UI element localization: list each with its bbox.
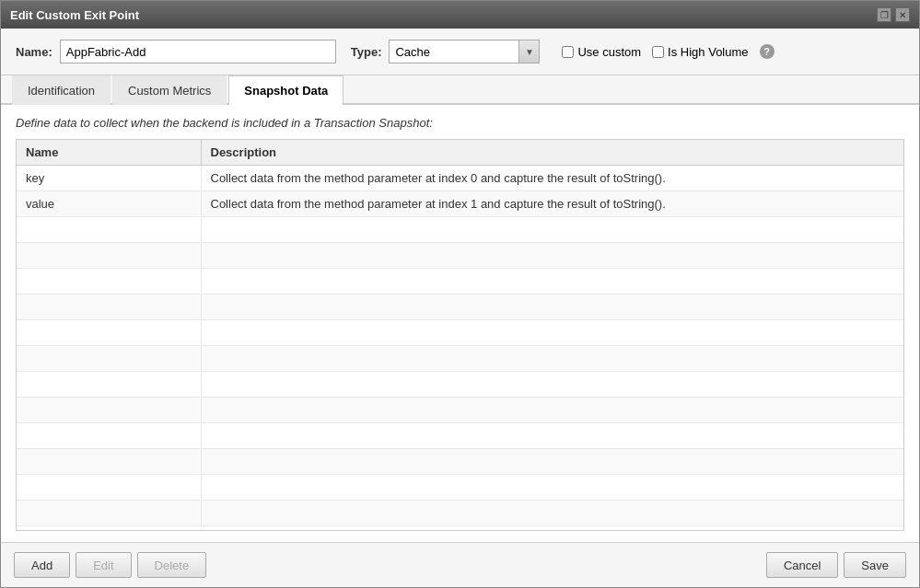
restore-button[interactable]: ❐ <box>877 7 891 22</box>
delete-button[interactable]: Delete <box>137 552 207 578</box>
edit-button[interactable]: Edit <box>76 552 131 578</box>
name-label: Name: <box>16 45 52 59</box>
tab-custom-metrics[interactable]: Custom Metrics <box>112 75 227 105</box>
is-high-volume-checkbox[interactable] <box>652 46 664 58</box>
dialog: Edit Custom Exit Point ❐ ✕ Name: Type: C… <box>0 0 920 588</box>
use-custom-item[interactable]: Use custom <box>562 45 641 59</box>
use-custom-checkbox[interactable] <box>562 46 574 58</box>
row-description: Collect data from the method parameter a… <box>201 166 903 191</box>
table-row[interactable]: value Collect data from the method param… <box>17 191 903 217</box>
table-row-empty <box>17 243 903 269</box>
table-wrapper: Name Description key Collect data from t… <box>16 139 904 531</box>
table-header-row: Name Description <box>17 140 903 166</box>
row-name: value <box>17 191 201 217</box>
table-row-empty <box>17 398 903 423</box>
type-row: Type: Cache Custom ▼ <box>351 40 541 63</box>
content-description: Define data to collect when the backend … <box>16 116 904 130</box>
table-row[interactable]: key Collect data from the method paramet… <box>17 166 903 191</box>
cancel-button[interactable]: Cancel <box>766 552 838 578</box>
title-bar-buttons: ❐ ✕ <box>877 7 910 22</box>
data-table: Name Description key Collect data from t… <box>17 140 903 526</box>
is-high-volume-label: Is High Volume <box>668 45 748 59</box>
help-icon[interactable]: ? <box>760 44 774 59</box>
dialog-title: Edit Custom Exit Point <box>10 8 139 22</box>
table-row-empty <box>17 294 903 320</box>
table-row-empty <box>17 217 903 243</box>
table-row-empty <box>17 501 903 526</box>
use-custom-label: Use custom <box>577 45 641 59</box>
type-select-wrapper: Cache Custom ▼ <box>389 40 540 63</box>
save-button[interactable]: Save <box>844 552 906 578</box>
type-label: Type: <box>351 45 382 59</box>
table-row-empty <box>17 346 903 372</box>
tab-snapshot-data[interactable]: Snapshot Data <box>228 75 344 105</box>
name-input[interactable] <box>60 40 336 63</box>
tabs-area: Identification Custom Metrics Snapshot D… <box>1 75 919 105</box>
col-header-description: Description <box>201 140 903 166</box>
close-button[interactable]: ✕ <box>895 7 910 22</box>
title-bar: Edit Custom Exit Point ❐ ✕ <box>1 1 919 29</box>
form-area: Name: Type: Cache Custom ▼ Use custom Is… <box>1 29 919 75</box>
table-row-empty <box>17 449 903 475</box>
content-area: Define data to collect when the backend … <box>1 105 919 542</box>
footer-buttons: Add Edit Delete Cancel Save <box>1 542 919 587</box>
table-row-empty <box>17 320 903 346</box>
table-row-empty <box>17 372 903 398</box>
table-row-empty <box>17 475 903 501</box>
name-row: Name: <box>16 40 336 63</box>
right-buttons: Cancel Save <box>766 552 906 578</box>
type-dropdown-icon[interactable]: ▼ <box>518 40 539 63</box>
row-name: key <box>17 166 201 191</box>
table-row-empty <box>17 269 903 294</box>
table-row-empty <box>17 423 903 449</box>
tab-identification[interactable]: Identification <box>12 75 111 105</box>
col-header-name: Name <box>17 140 201 166</box>
left-buttons: Add Edit Delete <box>14 552 206 578</box>
type-select[interactable]: Cache Custom <box>390 42 518 62</box>
add-button[interactable]: Add <box>14 552 70 578</box>
checkbox-group: Use custom Is High Volume ? <box>562 44 774 59</box>
is-high-volume-item[interactable]: Is High Volume <box>652 45 748 59</box>
row-description: Collect data from the method parameter a… <box>201 191 903 217</box>
